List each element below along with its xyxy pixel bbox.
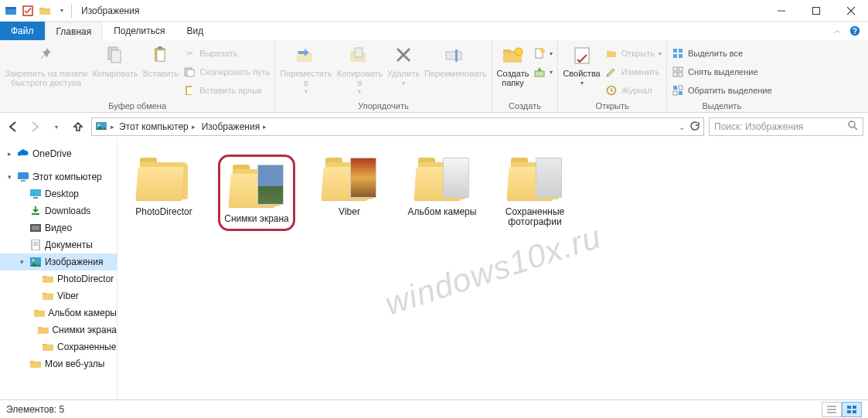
edit-button[interactable]: Изменить	[605, 63, 662, 80]
folder-icon	[34, 307, 45, 319]
maximize-button[interactable]	[798, 0, 833, 22]
invert-icon	[672, 84, 684, 97]
svg-text:?: ?	[853, 27, 857, 36]
breadcrumb[interactable]: ▸ Этот компьютер▸ Изображения▸ ⌄	[91, 117, 704, 136]
nav-photodirector[interactable]: PhotoDirector	[0, 270, 117, 287]
back-button[interactable]	[5, 118, 22, 135]
svg-rect-63	[853, 410, 856, 413]
qat-dropdown-icon[interactable]: ▾	[56, 5, 68, 17]
cut-button[interactable]: ✂Вырезать	[183, 45, 270, 62]
chevron-icon[interactable]: ▸	[109, 123, 116, 131]
nav-videos[interactable]: Видео	[0, 219, 117, 236]
nav-websites[interactable]: Мои веб-узлы	[0, 355, 117, 372]
new-item-button[interactable]: ▾	[533, 45, 553, 62]
close-button[interactable]	[833, 0, 868, 22]
crumb-pictures[interactable]: Изображения▸	[200, 121, 270, 132]
navigation-pane[interactable]: ▸OneDrive ▾Этот компьютер Desktop Downlo…	[0, 141, 117, 399]
documents-icon	[29, 239, 42, 251]
copy-button[interactable]: Копировать	[92, 43, 138, 79]
paste-shortcut-button[interactable]: Вставить ярлык	[183, 82, 270, 99]
svg-rect-17	[187, 87, 192, 94]
history-button[interactable]: Журнал	[605, 82, 662, 99]
crumb-thispc[interactable]: Этот компьютер▸	[117, 121, 199, 132]
svg-rect-15	[187, 70, 194, 76]
open-button[interactable]: Открыть▾	[605, 45, 662, 62]
svg-rect-26	[535, 71, 544, 76]
recent-locations-button[interactable]: ▾	[48, 118, 65, 135]
folder-icon	[42, 341, 54, 353]
nav-desktop[interactable]: Desktop	[0, 185, 117, 202]
rename-button[interactable]: Переименовать	[424, 43, 487, 79]
help-icon[interactable]: ?	[849, 25, 860, 36]
search-box[interactable]	[709, 117, 863, 136]
search-input[interactable]	[714, 121, 843, 132]
tab-share[interactable]: Поделиться	[103, 22, 175, 40]
folder-thumb	[415, 155, 469, 202]
new-folder-icon	[501, 43, 526, 68]
invert-selection-button[interactable]: Обратить выделение	[672, 82, 772, 99]
svg-rect-60	[847, 406, 851, 409]
folder-item[interactable]: PhotoDirector	[125, 155, 203, 217]
nav-camera-roll[interactable]: Альбом камеры	[0, 304, 117, 321]
group-label: Создать	[497, 100, 553, 110]
nav-documents[interactable]: Документы	[0, 236, 117, 253]
folder-item[interactable]: Viber	[311, 155, 388, 217]
svg-rect-31	[673, 54, 677, 58]
svg-rect-4	[812, 7, 819, 14]
edit-icon	[605, 66, 618, 78]
tab-file[interactable]: Файл	[0, 22, 45, 40]
new-folder-button[interactable]: Создать папку	[497, 43, 529, 87]
folder-item[interactable]: Альбом камеры	[403, 155, 481, 217]
easy-access-button[interactable]: ▾	[533, 63, 553, 80]
nav-saved[interactable]: Сохраненные	[0, 338, 117, 355]
qat-properties-icon[interactable]	[22, 5, 34, 17]
svg-line-44	[854, 127, 857, 130]
copy-path-button[interactable]: Скопировать путь	[183, 63, 270, 80]
svg-rect-48	[33, 197, 38, 199]
minimize-button[interactable]	[764, 0, 798, 22]
select-all-button[interactable]: Выделить все	[672, 45, 772, 62]
tab-view[interactable]: Вид	[175, 22, 214, 40]
folder-item-highlighted[interactable]: Снимки экрана	[218, 155, 295, 231]
copy-to-button[interactable]: Копировать в▾	[337, 43, 383, 95]
delete-button[interactable]: Удалить▾	[387, 43, 420, 87]
group-new: Создать папку ▾ ▾ Создать	[492, 40, 559, 112]
view-details-button[interactable]	[822, 402, 842, 417]
forward-button[interactable]	[26, 118, 43, 135]
paste-button[interactable]: Вставить	[143, 43, 179, 79]
rename-icon	[443, 43, 468, 68]
properties-button[interactable]: Свойства▾	[563, 43, 600, 87]
nav-onedrive[interactable]: ▸OneDrive	[0, 145, 117, 162]
cloud-icon	[17, 148, 29, 160]
search-icon[interactable]	[848, 121, 858, 133]
pin-quick-access-button[interactable]: Закрепить на панели быстрого доступа	[5, 43, 87, 87]
nav-viber[interactable]: Viber	[0, 287, 117, 304]
tab-home[interactable]: Главная	[45, 22, 104, 40]
folder-icon	[42, 290, 54, 302]
copyto-icon	[347, 43, 372, 68]
folder-icon	[29, 358, 42, 370]
select-none-button[interactable]: Снять выделение	[672, 63, 772, 80]
svg-rect-37	[673, 86, 677, 90]
ribbon: Закрепить на панели быстрого доступа Коп…	[0, 40, 868, 113]
explorer-icon	[5, 5, 17, 17]
nav-pictures[interactable]: ▾Изображения	[0, 253, 117, 270]
svg-rect-12	[157, 50, 165, 61]
dropdown-history-icon[interactable]: ⌄	[679, 123, 685, 131]
svg-rect-36	[679, 73, 682, 76]
view-icons-button[interactable]	[842, 402, 862, 417]
svg-rect-22	[455, 49, 458, 62]
folder-thumb	[322, 155, 376, 202]
nav-screenshots[interactable]: Снимки экрана	[0, 321, 117, 338]
content-area[interactable]: windows10x.ru PhotoDirector Снимки экран…	[117, 141, 868, 399]
up-button[interactable]	[70, 118, 87, 135]
folder-item[interactable]: Сохраненные фотографии	[496, 155, 574, 227]
svg-rect-32	[679, 54, 682, 58]
refresh-icon[interactable]	[689, 121, 700, 134]
qat-folder-icon[interactable]	[39, 5, 51, 17]
nav-downloads[interactable]: Downloads	[0, 202, 117, 219]
separator	[71, 4, 72, 18]
nav-thispc[interactable]: ▾Этот компьютер	[0, 168, 117, 185]
collapse-ribbon-icon[interactable]: ︿	[834, 25, 842, 36]
move-to-button[interactable]: Переместить в▾	[280, 43, 332, 95]
